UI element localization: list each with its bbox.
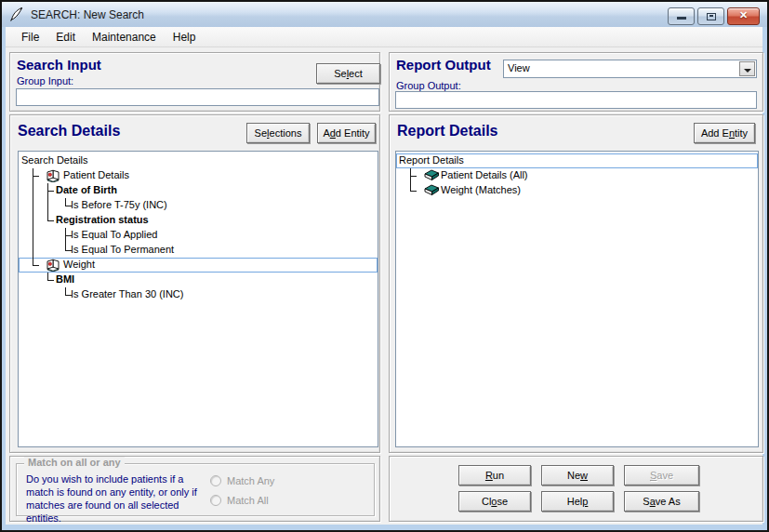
match-group-box: Match on all or any Do you wish to inclu… [16,463,375,516]
caption-buttons: ✕ [668,7,760,25]
group-output-field[interactable] [395,91,757,109]
minimize-button[interactable] [668,7,695,25]
tree-row-label: Is Equal To Permanent [71,244,174,255]
report-output-combo[interactable]: View [503,60,757,78]
report-details-tree: Report DetailsPatient Details (All)Weigh… [395,151,759,447]
group-input-label: Group Input: [17,75,73,86]
tree-row[interactable]: Is Before T-75y (INC) [19,198,378,213]
closed-book-icon [423,183,440,200]
help-button[interactable]: Help [541,491,614,512]
client-area: Search Input Group Input: Select Report … [6,47,762,525]
report-details-panel: Report Details Add Entity Report Details… [389,114,763,453]
maximize-button[interactable] [697,7,724,25]
report-output-value: View [508,62,530,73]
app-window: SEARCH: New Search ✕ File Edit Maintenan… [0,0,769,532]
match-all-radio[interactable] [210,495,221,506]
tree-row[interactable]: BMI [19,273,378,287]
menu-bar: File Edit Maintenance Help [6,27,762,47]
group-output-label: Group Output: [396,80,461,91]
tree-row[interactable]: Patient Details (All) [396,168,758,183]
tree-row[interactable]: Report Details [396,153,758,168]
report-details-heading: Report Details [397,123,497,140]
tree-row-label: BMI [56,273,74,285]
report-output-heading: Report Output [396,57,491,73]
maximize-icon [707,13,716,20]
close-button[interactable]: ✕ [727,7,760,25]
match-any-radio[interactable] [210,475,221,486]
window-title: SEARCH: New Search [31,8,144,21]
minimize-icon [677,17,686,20]
tree-row[interactable]: Is Equal To Applied [19,228,378,243]
match-any-label: Match Any [227,475,274,486]
tree-row[interactable]: Is Equal To Permanent [19,243,378,258]
group-input-field[interactable] [16,88,379,106]
tree-row-label: Report Details [399,154,464,166]
tree-row-label: Registration status [56,214,149,225]
menu-file[interactable]: File [13,29,47,46]
chevron-down-icon[interactable] [739,61,755,76]
tree-row-label: Patient Details (All) [441,169,528,180]
search-details-panel: Search Details Selections Add Entity Sea… [9,114,380,453]
quill-pen-icon [8,7,25,22]
tree-row[interactable]: Registration status [19,213,378,228]
match-group-legend: Match on all or any [24,457,125,468]
select-button[interactable]: Select [316,63,380,84]
menu-help[interactable]: Help [165,29,205,46]
search-details-heading: Search Details [18,123,120,140]
match-all-option: Match All [210,495,269,506]
close-icon: ✕ [728,9,759,21]
tree-row-label: Search Details [21,154,88,166]
tree-row-label: Is Before T-75y (INC) [71,199,167,210]
tree-row[interactable]: Is Greater Than 30 (INC) [19,287,378,302]
tree-row-label: Is Equal To Applied [71,229,157,240]
match-outer-panel: Match on all or any Do you wish to inclu… [9,456,380,522]
match-any-option: Match Any [210,475,274,486]
match-all-label: Match All [227,495,269,506]
new-button[interactable]: New [541,465,614,485]
tree-row[interactable]: Search Details [19,153,378,168]
search-details-tree: Search DetailsPatient DetailsDate of Bir… [18,151,378,447]
report-output-panel: Report Output View Group Output: [389,52,763,112]
match-group-description: Do you wish to include patients if a mat… [26,472,214,525]
action-button-panel: Run New Save Close Help Save As [389,456,763,522]
tree-row[interactable]: Weight (Matches) [396,183,758,198]
close-action-button[interactable]: Close [458,491,531,512]
save-button[interactable]: Save [624,465,699,485]
add-entity-button-report[interactable]: Add Entity [694,123,755,143]
tree-row[interactable]: Patient Details [19,168,378,183]
tree-row-label: Patient Details [63,169,129,180]
title-bar[interactable]: SEARCH: New Search ✕ [2,2,767,27]
tree-row-label: Is Greater Than 30 (INC) [71,288,183,299]
tree-row[interactable]: Date of Birth [19,183,378,198]
save-as-button[interactable]: Save As [624,491,699,512]
search-input-heading: Search Input [17,57,101,73]
menu-maintenance[interactable]: Maintenance [84,29,165,46]
tree-row-label: Weight (Matches) [441,184,521,195]
tree-row[interactable]: Weight [19,258,378,273]
add-entity-button-search[interactable]: Add Entity [317,123,376,143]
search-input-panel: Search Input Group Input: Select [9,52,380,112]
run-button[interactable]: Run [458,465,531,485]
selections-button[interactable]: Selections [246,123,310,143]
menu-edit[interactable]: Edit [47,29,84,46]
tree-row-label: Weight [63,259,95,270]
tree-row-label: Date of Birth [56,184,117,195]
